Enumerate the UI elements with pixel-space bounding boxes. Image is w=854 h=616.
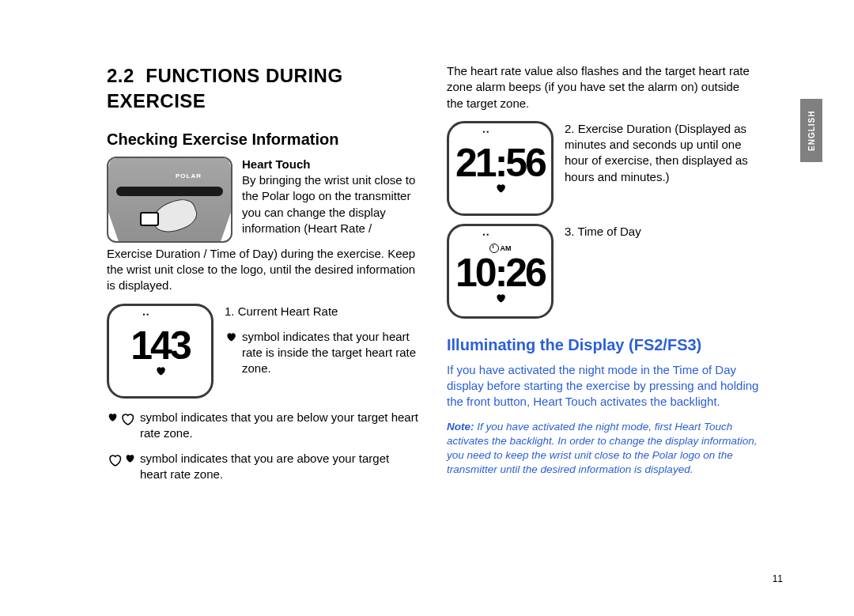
heart-touch-illustration: POLAR xyxy=(107,157,232,243)
clock-icon xyxy=(489,244,499,253)
heart-solid-icon xyxy=(225,331,237,342)
manual-page: ENGLISH 2.2 FUNCTIONS DURING EXERCISE Ch… xyxy=(0,0,854,616)
heart-touch-block: POLAR Heart Touch By bringing the wrist … xyxy=(107,157,419,243)
heart-touch-continuation: Exercise Duration / Time of Day) during … xyxy=(107,246,419,294)
left-column: 2.2 FUNCTIONS DURING EXERCISE Checking E… xyxy=(107,63,419,493)
below-zone-text: symbol indicates that you are below your… xyxy=(140,410,419,442)
subheading-checking: Checking Exercise Information xyxy=(107,129,419,150)
polar-logo-label: POLAR xyxy=(176,172,202,181)
subheading-illuminating: Illuminating the Display (FS2/FS3) xyxy=(447,334,759,356)
section-number: 2.2 xyxy=(107,65,134,86)
inside-zone-text: symbol indicates that your heart rate is… xyxy=(242,329,419,377)
item-2-label: 2. Exercise Duration (Displayed as minut… xyxy=(565,121,759,216)
flash-alarm-text: The heart rate value also flashes and th… xyxy=(447,63,759,111)
heart-touch-subheading: Heart Touch xyxy=(242,157,310,171)
page-number: 11 xyxy=(773,573,783,584)
above-zone-text: symbol indicates that you are above your… xyxy=(140,451,419,483)
item-3-label: 3. Time of Day xyxy=(565,224,759,319)
right-column: The heart rate value also flashes and th… xyxy=(447,63,759,493)
note-paragraph: Note: If you have activated the night mo… xyxy=(447,420,759,478)
heart-solid-icon xyxy=(154,365,167,376)
heart-small-outline-icons xyxy=(107,412,135,426)
watch-display-duration: ▪▪ 21:56 xyxy=(447,121,554,216)
heart-solid-icon xyxy=(494,293,507,304)
heart-touch-intro: By bringing the wrist unit close to the … xyxy=(242,173,415,235)
section-title: FUNCTIONS DURING EXERCISE xyxy=(107,65,343,111)
heart-outline-small-icons xyxy=(107,453,135,467)
watch-value-1026: 10:26 xyxy=(455,253,545,293)
illuminating-body: If you have activated the night mode in … xyxy=(447,362,759,410)
heart-solid-icon xyxy=(494,183,507,194)
section-heading: 2.2 FUNCTIONS DURING EXERCISE xyxy=(107,63,419,115)
watch-display-heart-rate: ▪▪ 143 xyxy=(107,304,214,399)
note-body: If you have activated the night mode, fi… xyxy=(447,421,757,476)
note-label: Note: xyxy=(447,421,474,433)
language-side-tab: ENGLISH xyxy=(800,99,822,162)
item-1-label: 1. Current Heart Rate xyxy=(225,304,419,319)
current-hr-text: 1. Current Heart Rate symbol indicates t… xyxy=(225,304,419,399)
time-block: ▪▪ AM 10:26 3. Time of Day xyxy=(447,224,759,319)
two-column-layout: 2.2 FUNCTIONS DURING EXERCISE Checking E… xyxy=(107,63,759,493)
heart-touch-text-right: Heart Touch By bringing the wrist unit c… xyxy=(242,157,419,243)
duration-block: ▪▪ 21:56 2. Exercise Duration (Displayed… xyxy=(447,121,759,216)
current-hr-block: ▪▪ 143 1. Current Heart Rate symbol indi… xyxy=(107,304,419,399)
watch-value-2156: 21:56 xyxy=(455,143,545,183)
watch-display-time: ▪▪ AM 10:26 xyxy=(447,224,554,319)
watch-value-143: 143 xyxy=(130,326,189,365)
